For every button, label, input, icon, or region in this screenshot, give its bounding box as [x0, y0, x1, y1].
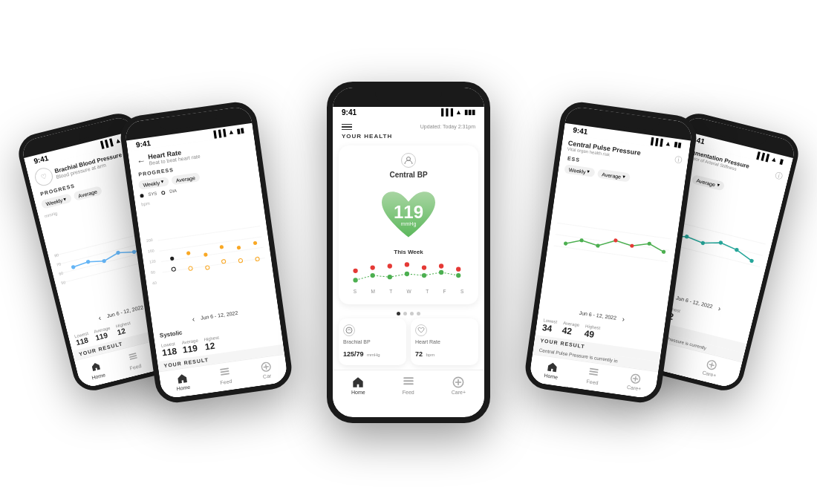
prev-arrow-left1[interactable]: ‹: [192, 315, 195, 323]
care-icon-center: [452, 376, 464, 388]
center-app-header: Updated: Today 2:31pm: [333, 118, 484, 134]
svg-rect-43: [221, 373, 230, 375]
svg-point-90: [700, 240, 705, 245]
nav-care-right1[interactable]: Care+: [627, 372, 643, 390]
chart-svg-right1: [547, 178, 677, 314]
weekly-filter-right1[interactable]: Weekly ▾: [564, 164, 595, 177]
card-icon: [401, 153, 416, 168]
nav-home-center[interactable]: Home: [351, 376, 365, 395]
stat-avg-left1: Average 119: [181, 338, 200, 355]
date-range-left1: Jun 6 - 12, 2022: [201, 310, 238, 320]
weekly-filter-left1[interactable]: Weekly ▾: [138, 177, 169, 190]
svg-point-9: [85, 259, 90, 264]
svg-rect-79: [590, 367, 599, 370]
svg-line-69: [557, 223, 671, 239]
feed-icon-left1: [219, 367, 231, 379]
bp-unit: mmHg: [394, 221, 423, 226]
brachial-bp-title: Brachial BP: [343, 339, 371, 344]
svg-line-27: [161, 247, 264, 261]
content-left1: ← Heart Rate Beat to beat heart rate PRO…: [128, 134, 288, 399]
home-label-center: Home: [351, 390, 365, 395]
svg-text:60: 60: [59, 271, 64, 276]
week-chart: SMTWTFS: [346, 258, 471, 297]
svg-point-50: [388, 264, 392, 268]
svg-text:160: 160: [148, 248, 154, 253]
svg-rect-80: [590, 370, 599, 373]
content-right1: Central Pulse Pressure Vital organ healt…: [529, 134, 689, 399]
nav-care-left1[interactable]: Car: [260, 361, 273, 379]
prev-arrow-left2[interactable]: ‹: [97, 313, 102, 321]
screen-center: 9:41 ▐▐▐ ▲ ▮▮▮ Updated: Today 2:31pm YOU…: [333, 88, 484, 417]
svg-point-35: [172, 266, 176, 271]
chart-right1: SunMonTueWedThuFriSat: [540, 174, 683, 318]
svg-line-28: [163, 258, 265, 272]
pagination: [333, 312, 484, 315]
dia-dot: [161, 190, 166, 194]
svg-point-74: [596, 243, 600, 248]
stat-lowest-left1: Lowest 118: [160, 341, 178, 358]
svg-point-91: [718, 240, 723, 245]
svg-text:80: 80: [53, 252, 59, 258]
your-health-label: YOUR HEALTH: [333, 133, 484, 141]
svg-point-52: [422, 265, 426, 269]
stat-avg-left2: Average 119: [94, 326, 113, 342]
svg-text:50: 50: [61, 280, 66, 285]
page-dot-2: [403, 312, 407, 315]
info-icon-right1[interactable]: ⓘ: [674, 154, 683, 165]
nav-care-center[interactable]: Care+: [452, 376, 466, 395]
time-left1: 9:41: [135, 139, 151, 149]
svg-point-29: [170, 256, 175, 261]
heart-rate-icon: [415, 324, 427, 336]
nav-home-right1[interactable]: Home: [544, 361, 560, 379]
heart-icon-small: [417, 327, 425, 334]
info-icon-right2[interactable]: ⓘ: [774, 170, 784, 182]
nav-care-right2[interactable]: Care+: [702, 359, 720, 379]
bottom-cards: Brachial BP 125/79 mmHg Heart Rate 72: [339, 318, 478, 365]
svg-point-56: [371, 273, 375, 278]
care-label-center: Care+: [452, 390, 466, 395]
heart-container: 119 mmHg: [375, 183, 442, 244]
home-icon-left1: [176, 373, 188, 384]
svg-rect-14: [128, 353, 136, 356]
svg-point-39: [238, 258, 243, 263]
nav-feed-center[interactable]: Feed: [403, 376, 414, 395]
svg-text:70: 70: [56, 262, 62, 267]
care-icon-left1: [260, 361, 272, 373]
nav-feed-left2[interactable]: Feed: [126, 350, 143, 371]
svg-point-76: [630, 243, 634, 248]
average-filter-left1[interactable]: Average: [171, 172, 200, 185]
heart-rate-card[interactable]: Heart Rate 72 bpm: [411, 318, 478, 365]
home-icon-center: [352, 376, 364, 388]
brachial-bp-card[interactable]: Brachial BP 125/79 mmHg: [339, 318, 406, 365]
nav-feed-right1[interactable]: Feed: [586, 367, 600, 385]
average-filter-right1[interactable]: Average ▾: [597, 168, 631, 182]
feed-icon-right1: [587, 367, 599, 379]
svg-point-53: [439, 264, 443, 268]
nav-home-left1[interactable]: Home: [175, 372, 191, 390]
svg-point-73: [579, 238, 584, 242]
care-icon-right2: [706, 359, 718, 371]
this-week-label: This Week: [394, 249, 423, 255]
bottom-nav-center: Home Feed Care+: [333, 370, 484, 404]
svg-rect-41: [220, 367, 229, 370]
svg-point-72: [564, 241, 568, 246]
next-arrow-right1[interactable]: ›: [622, 315, 625, 323]
svg-rect-63: [403, 377, 413, 379]
home-icon-left2: [89, 359, 103, 373]
next-arrow-right2[interactable]: ›: [717, 304, 722, 312]
time-center: 9:41: [342, 108, 357, 117]
svg-point-36: [189, 266, 193, 270]
feed-label-center: Feed: [403, 390, 414, 395]
feed-icon-center: [403, 376, 414, 388]
hamburger-menu[interactable]: [342, 124, 352, 131]
back-arrow-left1[interactable]: ←: [136, 154, 146, 166]
svg-point-33: [237, 245, 241, 249]
heart-rate-title: Heart Rate: [415, 339, 440, 344]
phone-center: 9:41 ▐▐▐ ▲ ▮▮▮ Updated: Today 2:31pm YOU…: [327, 82, 490, 423]
nav-feed-left1[interactable]: Feed: [218, 367, 232, 385]
person-icon: [404, 156, 413, 165]
svg-text:80: 80: [151, 269, 156, 275]
home-icon-right1: [547, 361, 559, 373]
svg-point-57: [388, 275, 392, 279]
nav-home-left2[interactable]: Home: [88, 359, 105, 381]
